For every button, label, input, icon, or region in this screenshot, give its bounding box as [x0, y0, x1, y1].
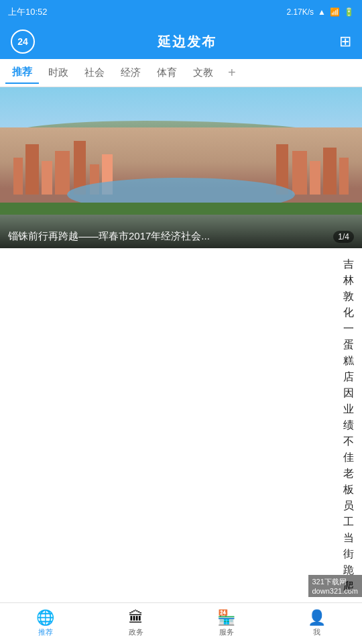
banner-caption-text: 锱铢前行再跨越——珲春市2017年经济社会... [8, 230, 210, 241]
tab-politics[interactable]: 时政 [42, 62, 75, 83]
grid-icon[interactable]: ⊞ [339, 33, 351, 50]
tab-sports[interactable]: 体育 [150, 62, 184, 83]
politics-label: 政务 [129, 627, 143, 637]
tab-profile-bottom[interactable]: 👤 我 [272, 606, 362, 641]
news-title-1: 吉林敦化一蛋糕店因业绩不佳老板员工当街跪爬 [343, 256, 354, 594]
status-bar: 上午10:52 2.17K/s ▲ 📶 🔋 [0, 0, 362, 24]
news-item-1[interactable]: 吉林敦化一蛋糕店因业绩不佳老板员工当街跪爬 [0, 248, 362, 603]
banner-image[interactable]: 锱铢前行再跨越——珲春市2017年经济社会... 1/4 [0, 87, 362, 248]
tab-politics-bottom[interactable]: 🏛 政务 [90, 606, 181, 641]
status-time: 上午10:52 [8, 6, 48, 18]
notification-badge[interactable]: 24 [11, 30, 35, 54]
tab-society[interactable]: 社会 [78, 62, 111, 83]
nav-tabs: 推荐 时政 社会 经济 体育 文教 + [0, 59, 362, 87]
banner-page-indicator: 1/4 [333, 231, 354, 243]
wifi-icon: ▲ [318, 7, 326, 17]
tab-recommend-bottom[interactable]: 🌐 推荐 [0, 606, 90, 641]
recommend-label: 推荐 [38, 627, 53, 637]
bottom-tab-bar: 🌐 推荐 🏛 政务 🏪 服务 👤 我 [0, 602, 362, 644]
tab-culture[interactable]: 文教 [186, 62, 220, 83]
add-tab-button[interactable]: + [223, 62, 241, 83]
network-speed: 2.17K/s [286, 7, 314, 17]
status-right: 2.17K/s ▲ 📶 🔋 [286, 7, 354, 17]
service-label: 服务 [219, 627, 234, 637]
signal-icon: 📶 [330, 7, 340, 17]
recommend-icon: 🌐 [36, 610, 54, 625]
banner-caption-area: 锱铢前行再跨越——珲春市2017年经济社会... [0, 214, 362, 248]
profile-icon: 👤 [308, 610, 326, 625]
tab-service-bottom[interactable]: 🏪 服务 [181, 606, 272, 641]
service-icon: 🏪 [217, 610, 235, 625]
watermark: 321下载网down321.com [308, 575, 363, 597]
tab-recommend[interactable]: 推荐 [5, 62, 39, 84]
tab-economy[interactable]: 经济 [114, 62, 147, 83]
politics-icon: 🏛 [129, 610, 143, 625]
profile-label: 我 [313, 627, 320, 637]
app-title: 延边发布 [158, 33, 217, 51]
app-header: 24 延边发布 ⊞ [0, 24, 362, 59]
battery-icon: 🔋 [344, 7, 354, 17]
